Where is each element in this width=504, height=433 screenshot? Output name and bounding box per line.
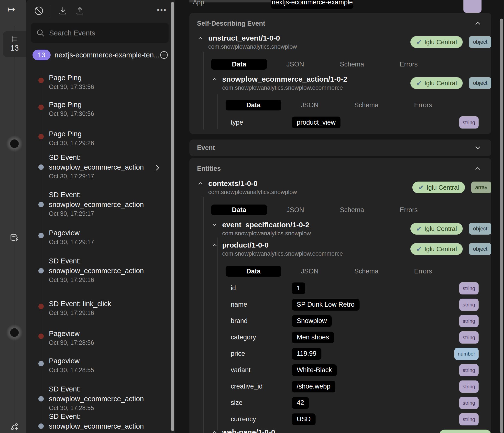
list-item[interactable]: SD Event: snowplow_ecommerce_action Oct … (49, 411, 159, 433)
event-count: 13 (10, 44, 19, 53)
entity-name[interactable]: event_specification/1-0-2 (222, 221, 309, 229)
tab-data[interactable]: Data (211, 205, 267, 215)
iglu-central-badge[interactable]: ✔Iglu Central (410, 243, 463, 255)
tab-schema[interactable]: Schema (324, 61, 380, 68)
event-group-header[interactable]: 13 nextjs-ecommerce-example-ten.... (33, 49, 168, 61)
list-item[interactable]: Page Ping Oct 30, 17:29:26 (49, 129, 159, 147)
table-row: category Men shoes string (231, 329, 479, 346)
tab-errors[interactable]: Errors (395, 101, 451, 109)
event-card (189, 140, 491, 156)
download-icon[interactable] (58, 6, 68, 16)
expand-section-icon[interactable] (475, 146, 481, 149)
event-time: Oct 30, 17:28:55 (49, 366, 159, 374)
timeline-node-dot[interactable] (6, 324, 23, 341)
event-count-box[interactable]: 13 (3, 31, 26, 57)
tab-json[interactable]: JSON (267, 61, 324, 68)
iglu-central-badge[interactable]: ✔Iglu Central (410, 77, 463, 89)
list-item[interactable]: SD Event: link_click Oct 30, 17:29:16 (49, 299, 159, 317)
iglu-central-badge[interactable]: ✔Iglu Central (410, 36, 463, 48)
entity-name[interactable]: product/1-0-0 (222, 241, 269, 249)
field-value-pill: 119.99 (292, 348, 321, 360)
tab-errors[interactable]: Errors (380, 61, 437, 68)
collapse-section-icon[interactable] (475, 167, 481, 170)
field-type-badge: string (459, 315, 479, 327)
entity-vendor: com.snowplowanalytics.snowplow (208, 189, 297, 195)
field-type-badge: string (459, 364, 479, 376)
entity-name[interactable]: contexts/1-0-0 (208, 179, 258, 188)
tab-json[interactable]: JSON (281, 268, 338, 275)
list-item[interactable]: Pageview Oct 30, 17:28:55 (49, 356, 159, 374)
list-item[interactable]: SD Event: snowplow_ecommerce_action Oct … (49, 256, 159, 284)
event-title: SD Event: link_click (49, 299, 159, 309)
table-row: currency USD string (231, 411, 479, 427)
tab-schema[interactable]: Schema (324, 206, 380, 214)
entity-name[interactable]: web-page/1-0-0 (222, 428, 275, 433)
tab-group: Data JSON Schema Errors (226, 266, 451, 277)
section-title: Self-Describing Event (197, 20, 265, 27)
iglu-central-badge[interactable]: ✔Iglu Central (410, 223, 463, 235)
event-dot (38, 233, 44, 238)
event-time: Oct 30, 17:29:16 (49, 276, 159, 284)
more-menu-icon[interactable]: ••• (157, 6, 167, 14)
list-item[interactable]: Pageview Oct 30, 17:28:56 (49, 329, 159, 347)
expand-entity-icon[interactable] (213, 223, 217, 226)
list-item[interactable]: Page Ping Oct 30, 17:33:56 (49, 73, 159, 91)
section-title: Entities (197, 165, 221, 173)
tab-group: Data JSON Schema Errors (211, 205, 437, 215)
event-title: Pageview (49, 356, 159, 366)
iglu-central-badge[interactable]: ✔Iglu Central (439, 430, 491, 433)
tab-schema[interactable]: Schema (338, 268, 395, 275)
section-title: Event (197, 144, 215, 152)
entity-name[interactable]: unstruct_event/1-0-0 (208, 34, 280, 42)
collapse-section-icon[interactable] (475, 22, 481, 25)
field-key: currency (231, 415, 292, 423)
field-key: creative_id (231, 383, 292, 390)
upload-icon[interactable] (75, 6, 85, 16)
search-input[interactable] (49, 29, 163, 37)
tab-data[interactable]: Data (211, 59, 267, 70)
event-dot (38, 202, 44, 207)
event-dot (38, 361, 44, 366)
iglu-central-badge[interactable]: ✔Iglu Central (412, 182, 465, 193)
rail-timeline-line (14, 26, 14, 433)
group-count-badge: 13 (33, 50, 51, 60)
events-sidebar: ••• 13 nextjs-ecommerce-example-ten.... … (26, 0, 175, 433)
tab-errors[interactable]: Errors (395, 268, 451, 275)
field-type-badge: number (454, 348, 479, 360)
list-item[interactable]: SD Event: snowplow_ecommerce_action Oct … (49, 384, 159, 412)
collapse-entity-icon[interactable] (213, 78, 217, 80)
tab-json[interactable]: JSON (281, 101, 338, 109)
collapse-entity-icon[interactable] (198, 37, 202, 39)
git-branch-plus-icon[interactable] (10, 422, 19, 432)
tab-group: Data JSON Schema Errors (211, 59, 437, 70)
tab-json[interactable]: JSON (267, 206, 324, 214)
list-item[interactable]: Page Ping Oct 30, 17:30:56 (49, 100, 159, 118)
tab-errors[interactable]: Errors (380, 206, 437, 214)
list-item[interactable]: Pageview Oct 30, 17:29:17 (49, 228, 159, 246)
sidebar-scrollbar[interactable] (171, 2, 174, 431)
check-icon: ✔ (416, 38, 422, 46)
event-dot (38, 105, 44, 110)
collapse-entity-icon[interactable] (213, 431, 217, 433)
type-kind-badge: object (469, 243, 491, 255)
list-item[interactable]: SD Event: snowplow_ecommerce_action Oct … (49, 152, 159, 180)
entity-name[interactable]: snowplow_ecommerce_action/1-0-2 (222, 75, 347, 83)
search-box[interactable] (31, 23, 169, 43)
main-scrollbar[interactable] (500, 19, 503, 433)
collapse-entity-icon[interactable] (198, 182, 202, 184)
collapse-sidebar-icon[interactable]: ↦ (7, 4, 15, 15)
table-row: id 1 string (231, 280, 479, 296)
collapse-entity-icon[interactable] (213, 244, 217, 246)
tab-data[interactable]: Data (226, 266, 281, 277)
timeline-node-dot[interactable] (6, 135, 23, 152)
clear-events-icon[interactable] (34, 6, 44, 16)
list-item[interactable]: SD Event: snowplow_ecommerce_action Oct … (49, 190, 159, 218)
tab-data[interactable]: Data (226, 100, 281, 110)
database-zap-icon[interactable] (10, 234, 19, 243)
field-type-badge: string (459, 380, 479, 393)
tab-schema[interactable]: Schema (338, 101, 395, 109)
event-dot (38, 396, 44, 401)
entity-badges: ✔Iglu Central (439, 430, 491, 433)
minus-circle-icon[interactable] (160, 51, 168, 59)
field-value-pill: /shoe.webp (292, 381, 335, 392)
